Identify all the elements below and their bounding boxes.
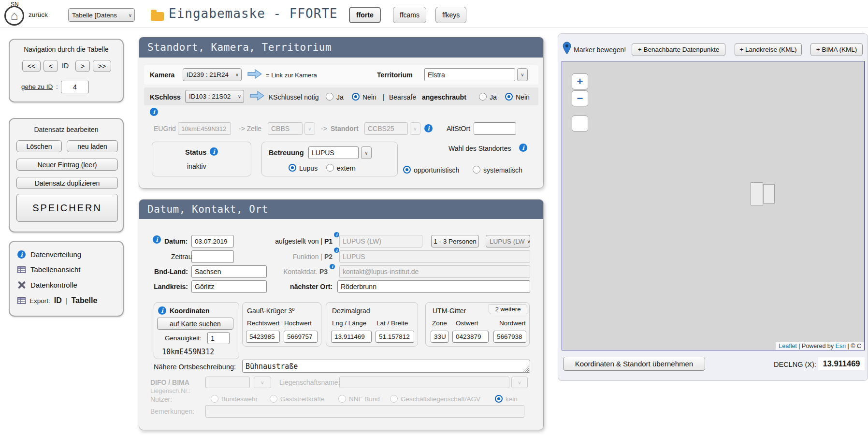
layers-button[interactable]	[572, 116, 588, 131]
utm-more-button[interactable]: 2 weitere	[489, 304, 527, 314]
bima-kml-button[interactable]: + BIMA (KML)	[810, 43, 863, 56]
zoom-out-button[interactable]: −	[572, 90, 588, 106]
p1-bold: P1	[324, 237, 333, 245]
betreuung-extern-radio[interactable]	[326, 164, 334, 172]
save-button[interactable]: SPEICHERN	[16, 194, 118, 222]
home-icon: ⌂	[11, 8, 18, 23]
goto-id-input[interactable]: 4	[61, 81, 89, 93]
goto-id-colon: :	[56, 83, 58, 90]
info-icon[interactable]: i	[158, 306, 166, 315]
info-icon[interactable]: i	[334, 232, 339, 237]
map-canvas[interactable]: + − Leaflet | Powered by Esri | © C	[562, 61, 865, 350]
info-icon[interactable]: i	[519, 144, 527, 152]
ortsbeschreibung-label: Nähere Ortsbeschreibung:	[154, 363, 236, 371]
missing-tile-icon	[763, 184, 775, 203]
info-icon[interactable]: i	[210, 147, 218, 156]
hochwert-input[interactable]: 5669757	[284, 331, 318, 343]
ortsbeschreibung-input[interactable]: Bühnaustraße	[242, 360, 530, 373]
delete-button[interactable]: Löschen	[16, 140, 62, 152]
chevron-down-icon: ∨	[126, 13, 132, 18]
chevron-down-icon: ∨	[235, 94, 241, 99]
lat-input[interactable]: 51.157812	[376, 331, 414, 343]
bearsafe-nein-radio[interactable]	[505, 93, 513, 101]
ort-input[interactable]: Röderbrunn	[337, 280, 530, 293]
kschloss-select[interactable]: ID103 : 21S02 ∨	[185, 90, 244, 103]
zone-input[interactable]: 33U	[431, 331, 448, 343]
info-icon[interactable]: i	[150, 108, 158, 116]
app-tab-ffcams[interactable]: ffcams	[393, 7, 426, 23]
datum-input[interactable]: 03.07.2019	[191, 235, 234, 247]
new-entry-button[interactable]: Neuer Eintrag (leer)	[16, 159, 118, 171]
apply-coordinates-button[interactable]: Koordinaten & Standort übernehmen	[563, 357, 705, 371]
info-icon[interactable]: i	[424, 124, 433, 132]
navigation-box: Navigation durch die Tabelle << < ID > >…	[9, 39, 124, 102]
goto-id-link[interactable]: gehe zu ID	[21, 83, 53, 90]
zoom-in-button[interactable]: +	[572, 73, 588, 89]
table-icon	[17, 266, 26, 273]
resize-grip-icon[interactable]	[523, 366, 529, 372]
prev-record-button[interactable]: <	[43, 60, 58, 72]
link-arrow-icon[interactable]	[250, 90, 264, 101]
last-record-button[interactable]: >>	[93, 60, 111, 72]
wahl-systematisch-radio[interactable]	[473, 166, 480, 174]
difo-label: DIFO / BIMA	[150, 378, 189, 386]
wahl-opportunistisch-label: opportunistisch	[414, 166, 459, 174]
liegenschaftsname-label: Liegenschaftsname:	[279, 378, 333, 386]
landkreis-input[interactable]: Görlitz	[191, 280, 267, 293]
export-id-link[interactable]: ID	[54, 296, 62, 305]
genauigkeit-input[interactable]: 1	[207, 332, 230, 344]
betreuung-input[interactable]: LUPUS	[308, 146, 359, 159]
rechtswert-input[interactable]: 5423985	[246, 331, 280, 343]
esri-link[interactable]: Esri	[836, 343, 846, 349]
table-select[interactable]: Tabelle [Datens ∨	[68, 8, 135, 22]
kschluessel-nein-radio[interactable]	[352, 93, 360, 101]
back-link[interactable]: zurück	[29, 11, 48, 18]
nutzer-geschaeftsliegenschaft-radio	[390, 395, 398, 403]
info-icon: i	[17, 250, 26, 259]
navigation-title: Navigation durch die Tabelle	[10, 45, 123, 53]
kschluessel-ja-radio[interactable]	[326, 93, 333, 101]
info-icon[interactable]: i	[334, 247, 339, 253]
reload-button[interactable]: neu laden	[67, 140, 118, 152]
leaflet-link[interactable]: Leaflet	[779, 343, 797, 349]
lng-input[interactable]: 13.911469	[331, 331, 372, 343]
p1-select[interactable]: LUPUS (LW ∨	[486, 235, 530, 247]
bndland-input[interactable]: Sachsen	[191, 265, 267, 278]
eugrid-label: EUGrid	[154, 125, 176, 132]
betreuung-dropdown-button[interactable]: ∨	[361, 146, 372, 159]
export-table-link[interactable]: Tabelle	[71, 296, 97, 305]
wahl-opportunistisch-radio[interactable]	[403, 166, 411, 174]
kamera-select[interactable]: ID239 : 21R24 ∨	[183, 68, 242, 81]
altstort-input[interactable]	[474, 122, 516, 135]
data-check-link[interactable]: Datenkontrolle	[17, 281, 77, 289]
app-tab-ffkeys[interactable]: ffkeys	[435, 7, 466, 23]
data-distribution-link[interactable]: i Datenverteilung	[17, 250, 81, 259]
personen-button[interactable]: 1 - 3 Personen	[431, 235, 479, 247]
liegensch-nr-label: Liegensch.Nr.:	[150, 387, 190, 394]
table-view-link[interactable]: Tabellenansicht	[17, 265, 80, 274]
landkreise-kml-button[interactable]: + Landkreise (KML)	[735, 43, 802, 56]
map-search-button[interactable]: auf Karte suchen	[157, 318, 233, 330]
betreuung-label: Betreuung	[269, 149, 304, 157]
nordwert-input[interactable]: 5667938	[493, 331, 526, 343]
nutzer-bundeswehr-radio	[211, 395, 218, 403]
table-icon	[17, 297, 26, 304]
link-arrow-icon[interactable]	[247, 69, 262, 79]
data-distribution-label: Datenverteilung	[30, 250, 81, 259]
home-button[interactable]: ⌂	[4, 6, 24, 26]
datapoints-button[interactable]: + Benachbarte Datenpunkte	[632, 43, 725, 56]
difo-dropdown-button: ∨	[254, 377, 271, 388]
duplicate-button[interactable]: Datensatz duplizieren	[16, 177, 118, 189]
bearsafe-ja-radio[interactable]	[479, 93, 487, 101]
first-record-button[interactable]: <<	[22, 60, 41, 72]
betreuung-lupus-radio[interactable]	[289, 164, 296, 172]
territorium-dropdown-button[interactable]: ∨	[517, 68, 528, 81]
info-icon[interactable]: i	[330, 264, 335, 269]
ostwert-input[interactable]: 0423879	[452, 331, 489, 343]
zeitraum-input[interactable]	[191, 250, 234, 263]
app-tab-fforte[interactable]: fforte	[349, 7, 381, 23]
info-icon[interactable]: i	[153, 235, 161, 244]
territorium-input[interactable]: Elstra	[424, 68, 515, 81]
next-record-button[interactable]: >	[75, 60, 90, 72]
nutzer-gaststreitkraefte-label: Gaststreitkräfte	[280, 395, 325, 403]
